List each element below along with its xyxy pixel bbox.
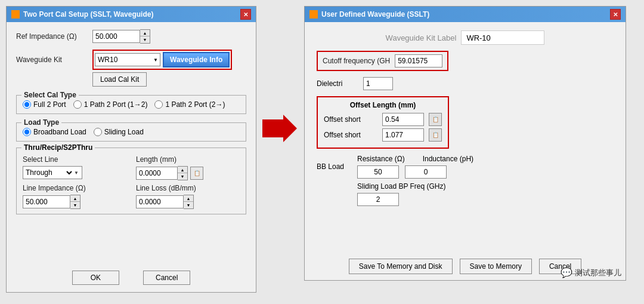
waveguide-kit-label-text: Waveguide Kit Label <box>386 33 457 42</box>
waveguide-kit-select-wrapper: WR10 WR15 WR28 ▼ <box>95 53 160 66</box>
broadband-load-radio[interactable] <box>23 128 31 136</box>
ref-impedance-up[interactable]: ▲ <box>140 30 150 36</box>
1path-12-radio[interactable] <box>73 100 82 109</box>
bb-load-inputs: Resistance (Ω) Inductance (pH) <box>357 155 473 179</box>
offset-short-1-input[interactable] <box>382 113 424 126</box>
line-impedance-input[interactable] <box>23 195 70 208</box>
inductance-input[interactable] <box>405 165 447 179</box>
bb-load-label: BB Load <box>317 162 352 171</box>
waveguide-kit-value-input[interactable] <box>461 30 544 45</box>
waveguide-kit-label-row: Waveguide Kit Label <box>317 30 614 45</box>
cutoff-row-wrapper: Cutoff frequency (GH <box>317 51 614 71</box>
full-2port-radio[interactable] <box>23 100 31 109</box>
offset-short-2-input[interactable] <box>382 128 424 142</box>
cal-type-radio-row: Full 2 Port 1 Path 2 Port (1→2) 1 Path 2… <box>23 100 240 109</box>
red-arrow-icon <box>262 113 298 143</box>
sliding-load-section: Sliding Load BP Freq (GHz) <box>317 182 614 206</box>
left-dialog-footer: OK Cancel <box>7 263 256 292</box>
ok-button[interactable]: OK <box>72 271 119 285</box>
right-dialog-title: User Defined Waveguide (SSLT) <box>321 10 429 19</box>
line-loss-input[interactable] <box>136 195 184 208</box>
save-to-memory-button[interactable]: Save to Memory <box>460 259 532 274</box>
right-title-icon <box>309 10 318 19</box>
sliding-load-input[interactable] <box>357 193 399 206</box>
thru-col-left: Select Line Through ▼ <box>23 155 126 180</box>
sliding-load-item: Sliding Load <box>94 128 144 136</box>
length-down[interactable]: ▼ <box>178 173 187 180</box>
ref-impedance-input[interactable] <box>92 30 140 43</box>
cal-type-1path-21: 1 Path 2 Port (2→) <box>154 100 225 109</box>
waveguide-kit-select[interactable]: WR10 WR15 WR28 <box>95 53 160 66</box>
watermark: 💬 测试那些事儿 <box>561 267 621 278</box>
save-to-memory-disk-button[interactable]: Save To Memory and Disk <box>349 259 453 274</box>
title-icon <box>11 10 20 19</box>
bb-load-row: BB Load Resistance (Ω) Inductance (pH) <box>317 155 614 179</box>
dielectric-row: Dielectri <box>317 77 614 90</box>
line-loss-down[interactable]: ▼ <box>184 202 193 208</box>
load-type-title: Load Type <box>21 118 61 127</box>
thru-col-bottom-left: Line Impedance (Ω) ▲ ▼ <box>23 184 126 209</box>
offset-short-2-button[interactable]: 📋 <box>429 128 442 142</box>
thru-grid: Select Line Through ▼ Length (mm) <box>23 155 240 209</box>
thru-section-title: Thru/Recip/S2PThru <box>21 143 95 152</box>
offset-short-1-button[interactable]: 📋 <box>429 113 442 126</box>
left-dialog-title: Two Port Cal Setup (SSLT, Waveguide) <box>23 10 153 19</box>
offset-short-1-label: Offset short <box>324 115 377 124</box>
resistance-header: Resistance (Ω) <box>357 155 405 163</box>
right-dialog-titlebar: User Defined Waveguide (SSLT) ✕ <box>305 7 626 22</box>
length-row: ▲ ▼ 📋 <box>136 166 240 180</box>
load-type-group: Load Type Broadband Load Sliding Load <box>16 122 246 142</box>
line-impedance-up[interactable]: ▲ <box>70 195 80 202</box>
dielectric-input[interactable] <box>363 77 393 90</box>
thru-col-bottom-right: Line Loss (dB/mm) ▲ ▼ <box>136 184 240 209</box>
length-browse-button[interactable]: 📋 <box>190 167 203 180</box>
offset-short-2-row: Offset short 📋 <box>324 128 442 142</box>
sliding-load-radio[interactable] <box>94 128 102 136</box>
right-wrapper: User Defined Waveguide (SSLT) ✕ Waveguid… <box>304 6 626 281</box>
waveguide-kit-bordered: WR10 WR15 WR28 ▼ Waveguide Info <box>92 50 232 70</box>
line-loss-up[interactable]: ▲ <box>184 195 193 202</box>
length-label: Length (mm) <box>136 155 240 164</box>
resistance-input[interactable] <box>357 165 399 179</box>
cal-type-1path-12: 1 Path 2 Port (1→2) <box>73 100 148 109</box>
svg-marker-0 <box>262 115 297 142</box>
bb-load-section: BB Load Resistance (Ω) Inductance (pH) <box>317 155 614 206</box>
thru-section: Thru/Recip/S2PThru Select Line Through ▼… <box>16 148 246 214</box>
1path-12-label: 1 Path 2 Port (1→2) <box>84 100 148 109</box>
line-impedance-label: Line Impedance (Ω) <box>23 184 126 192</box>
1path-21-radio[interactable] <box>154 100 163 109</box>
left-dialog: Two Port Cal Setup (SSLT, Waveguide) ✕ R… <box>6 6 256 293</box>
select-cal-type-group: Select Cal Type Full 2 Port 1 Path 2 Por… <box>16 95 246 114</box>
left-cancel-button[interactable]: Cancel <box>143 271 190 285</box>
inductance-header: Inductance (pH) <box>423 155 473 163</box>
ref-impedance-spin: ▲ ▼ <box>92 29 150 44</box>
cal-type-full-2port: Full 2 Port <box>23 100 66 109</box>
bb-load-values <box>357 165 473 179</box>
select-cal-type-title: Select Cal Type <box>21 91 79 99</box>
left-close-button[interactable]: ✕ <box>240 9 251 20</box>
dielectric-label: Dielectri <box>317 79 358 88</box>
broadband-load-label: Broadband Load <box>33 128 86 136</box>
right-close-button[interactable]: ✕ <box>610 9 621 20</box>
bb-load-headers: Resistance (Ω) Inductance (pH) <box>357 155 473 163</box>
load-calkit-button[interactable]: Load Cal Kit <box>92 72 147 87</box>
load-type-radio-row: Broadband Load Sliding Load <box>23 128 240 136</box>
offset-section-title: Offset Length (mm) <box>324 101 442 109</box>
select-line-select[interactable]: Through <box>23 167 74 179</box>
thru-col-right: Length (mm) ▲ ▼ 📋 <box>136 155 240 180</box>
ref-impedance-down[interactable]: ▼ <box>140 36 150 43</box>
wechat-icon: 💬 <box>561 267 572 278</box>
waveguide-info-button[interactable]: Waveguide Info <box>163 52 230 67</box>
left-dialog-titlebar: Two Port Cal Setup (SSLT, Waveguide) ✕ <box>7 7 256 22</box>
select-line-arrow: ▼ <box>74 170 79 176</box>
length-input[interactable] <box>136 167 178 180</box>
line-impedance-down[interactable]: ▼ <box>70 202 80 208</box>
waveguide-kit-label: Waveguide Kit <box>16 56 88 64</box>
cutoff-input[interactable] <box>395 54 442 67</box>
sliding-load-label: Sliding Load <box>104 128 144 136</box>
line-loss-label: Line Loss (dB/mm) <box>136 184 240 192</box>
select-line-label: Select Line <box>23 155 126 164</box>
ref-impedance-row: Ref Impedance (Ω) ▲ ▼ <box>16 29 246 44</box>
length-up[interactable]: ▲ <box>178 167 187 173</box>
sliding-load-label: Sliding Load BP Freq (GHz) <box>357 182 614 191</box>
